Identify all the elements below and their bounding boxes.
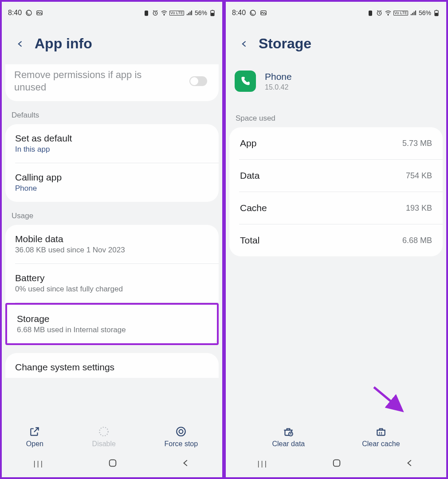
back-icon[interactable]: [240, 38, 249, 50]
signal-icon: [186, 9, 193, 16]
row-data-value: 754 KB: [406, 171, 432, 181]
force-stop-label: Force stop: [165, 440, 198, 448]
wifi-icon: [385, 9, 392, 16]
row-cache: Cache 193 KB: [229, 192, 443, 224]
disable-icon: [98, 426, 110, 437]
nav-home[interactable]: [332, 458, 342, 470]
status-battery: 56%: [195, 9, 207, 16]
action-bar: Clear data Clear cache: [226, 421, 446, 453]
calling-app-item[interactable]: Calling app Phone: [5, 163, 219, 202]
calling-app-sub: Phone: [15, 184, 209, 193]
storage-item[interactable]: Storage 6.68 MB used in Internal storage: [5, 303, 219, 345]
row-total-value: 6.68 MB: [402, 236, 432, 245]
clear-cache-button[interactable]: Clear cache: [362, 426, 400, 448]
clear-cache-label: Clear cache: [362, 440, 400, 448]
row-data: Data 754 KB: [229, 160, 443, 192]
nav-back[interactable]: [181, 458, 191, 470]
disable-button[interactable]: Disable: [92, 426, 116, 448]
svg-point-8: [100, 427, 109, 436]
svg-point-9: [177, 427, 186, 436]
signal-icon: [410, 9, 417, 16]
mobile-data-title: Mobile data: [15, 234, 209, 244]
status-time: 8:40: [232, 9, 246, 17]
phone-app-icon: [235, 71, 256, 92]
header: App info: [2, 21, 222, 64]
whatsapp-icon: [25, 9, 32, 16]
more-card: Change system settings: [5, 353, 219, 378]
open-button[interactable]: Open: [26, 426, 43, 448]
nav-home[interactable]: [108, 458, 118, 470]
svg-point-4: [164, 15, 164, 15]
image-icon: [260, 9, 267, 16]
app-version: 15.0.42: [265, 83, 292, 91]
set-default-sub: In this app: [15, 145, 209, 154]
battery-title: Battery: [15, 273, 209, 283]
volte-icon: Vo LTE: [169, 11, 184, 16]
nav-back[interactable]: [405, 458, 415, 470]
set-default-title: Set as default: [15, 133, 209, 144]
svg-rect-6: [211, 13, 214, 16]
svg-rect-14: [369, 11, 372, 16]
nav-recents[interactable]: |||: [257, 460, 268, 468]
battery-item[interactable]: Battery 0% used since last fully charged: [5, 264, 219, 302]
svg-rect-18: [435, 13, 438, 16]
screenshot-storage: 8:40 Vo LTE 56% Storage Phone 15.0.42 Sp…: [224, 0, 448, 479]
row-cache-value: 193 KB: [406, 204, 432, 213]
mobile-data-item[interactable]: Mobile data 36.08 KB used since 1 Nov 20…: [5, 225, 219, 263]
row-total: Total 6.68 MB: [229, 224, 443, 256]
section-defaults: Defaults: [2, 101, 222, 124]
storage-sub: 6.68 MB used in Internal storage: [17, 326, 207, 334]
open-icon: [29, 426, 40, 437]
force-stop-button[interactable]: Force stop: [165, 426, 198, 448]
back-icon[interactable]: [16, 38, 25, 50]
set-default-item[interactable]: Set as default In this app: [5, 124, 219, 163]
action-bar: Open Disable Force stop: [2, 421, 222, 453]
image-icon: [36, 9, 43, 16]
svg-point-16: [388, 15, 388, 15]
open-label: Open: [26, 440, 43, 448]
nav-bar: |||: [2, 453, 222, 477]
app-name: Phone: [265, 71, 292, 82]
whatsapp-icon: [249, 9, 256, 16]
defaults-card: Set as default In this app Calling app P…: [5, 124, 219, 202]
header: Storage: [226, 21, 446, 64]
row-data-label: Data: [240, 170, 259, 181]
page-title: App info: [35, 35, 92, 52]
battery-icon: [209, 9, 216, 16]
page-title: Storage: [259, 35, 311, 52]
svg-rect-2: [145, 11, 148, 16]
remove-perms-label: Remove permissions if app is unused: [14, 69, 165, 93]
usage-card: Mobile data 36.08 KB used since 1 Nov 20…: [5, 225, 219, 345]
volte-icon: Vo LTE: [393, 11, 408, 16]
battery-icon: [433, 9, 440, 16]
remove-perms-row[interactable]: Remove permissions if app is unused: [5, 64, 219, 101]
alarm-icon: [152, 9, 159, 16]
svg-rect-24: [333, 460, 340, 467]
storage-title: Storage: [17, 314, 207, 324]
battery-saver-icon: [367, 9, 374, 16]
toggle-switch[interactable]: [189, 76, 207, 86]
svg-rect-11: [109, 460, 116, 467]
row-app-value: 5.73 MB: [402, 139, 432, 148]
clear-data-button[interactable]: Clear data: [272, 426, 305, 448]
change-sys-item[interactable]: Change system settings: [5, 353, 219, 378]
alarm-icon: [376, 9, 383, 16]
svg-rect-7: [212, 10, 213, 10]
annotation-arrow: [372, 385, 407, 416]
disable-label: Disable: [92, 440, 116, 448]
status-time: 8:40: [8, 9, 22, 17]
force-stop-icon: [175, 426, 187, 437]
svg-point-10: [179, 430, 183, 434]
status-bar: 8:40 Vo LTE 56%: [226, 4, 446, 21]
screenshot-app-info: 8:40 Vo LTE 56% App info Remove permissi…: [0, 0, 224, 479]
battery-saver-icon: [143, 9, 150, 16]
row-total-label: Total: [240, 235, 259, 246]
svg-line-20: [374, 387, 401, 409]
nav-recents[interactable]: |||: [33, 460, 44, 468]
app-header: Phone 15.0.42: [226, 64, 446, 104]
clear-data-icon: [283, 426, 294, 437]
row-app-label: App: [240, 138, 256, 149]
row-app: App 5.73 MB: [229, 127, 443, 159]
battery-sub: 0% used since last fully charged: [15, 285, 209, 294]
status-battery: 56%: [419, 9, 431, 16]
